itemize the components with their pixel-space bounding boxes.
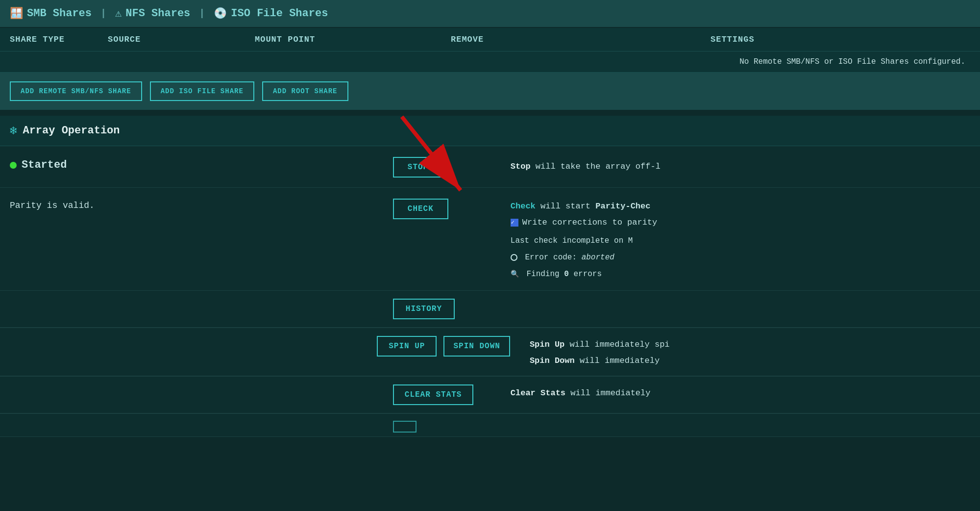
nav-separator-1: | xyxy=(100,8,106,19)
spinupdown-controls: SPIN UP SPIN DOWN xyxy=(377,336,510,357)
history-button[interactable]: HISTORY xyxy=(393,299,455,319)
stop-bold: Stop xyxy=(511,162,531,171)
section-divider xyxy=(0,110,980,116)
spinupdown-row: SPIN UP SPIN DOWN Spin Up will immediate… xyxy=(0,328,980,376)
nfs-shares-nav[interactable]: ⚠️ NFS Shares xyxy=(115,7,190,20)
spinupdown-description: Spin Up will immediately spi Spin Down w… xyxy=(510,336,970,367)
add-remote-smb-nfs-button[interactable]: ADD REMOTE SMB/NFS SHARE xyxy=(10,81,142,101)
extra-bottom-row xyxy=(0,413,980,437)
green-status-dot xyxy=(10,162,17,169)
check-description: Check will start Parity-Chec Write corre… xyxy=(491,198,970,281)
write-corrections-row: Write corrections to parity xyxy=(511,216,970,229)
clearstats-empty-label xyxy=(10,384,393,387)
spinupdown-empty-label xyxy=(10,336,377,339)
stop-desc-text: will take the array off-l xyxy=(536,162,661,171)
top-nav: 🪟 SMB Shares | ⚠️ NFS Shares | 💿 ISO Fil… xyxy=(0,0,980,28)
col-settings: SETTINGS xyxy=(710,35,970,44)
smb-label: SMB Shares xyxy=(27,7,92,20)
spinup-desc: Spin Up will immediately spi xyxy=(530,338,970,351)
write-corrections-checkbox[interactable] xyxy=(511,219,518,227)
write-corrections-label: Write corrections to parity xyxy=(522,216,657,229)
stop-button[interactable]: STOP xyxy=(393,157,443,178)
finding-errors-row: 🔍 Finding 0 errors xyxy=(511,268,970,281)
array-operation-header: ❄ Array Operation xyxy=(0,116,980,146)
action-buttons-row: ADD REMOTE SMB/NFS SHARE ADD ISO FILE SH… xyxy=(0,73,980,110)
smb-icon: 🪟 xyxy=(10,7,23,20)
last-check-info: Last check incomplete on M xyxy=(511,235,970,248)
started-row: Started STOP Stop will take the array of… xyxy=(0,146,980,188)
history-description xyxy=(491,299,970,301)
array-operation-body: Started STOP Stop will take the array of… xyxy=(0,146,980,437)
add-iso-file-share-button[interactable]: ADD ISO FILE SHARE xyxy=(150,81,254,101)
stop-description: Stop will take the array off-l xyxy=(491,156,970,173)
extra-description xyxy=(491,421,970,423)
empty-message: No Remote SMB/NFS or ISO File Shares con… xyxy=(0,51,980,73)
history-controls: HISTORY xyxy=(393,299,491,319)
smb-shares-nav[interactable]: 🪟 SMB Shares xyxy=(10,7,92,20)
add-root-share-button[interactable]: ADD ROOT SHARE xyxy=(262,81,348,101)
started-text: Started xyxy=(22,159,67,171)
check-desc-line1: Check will start Parity-Chec xyxy=(511,200,970,213)
spindown-desc: Spin Down will immediately xyxy=(530,354,970,367)
started-label: Started xyxy=(10,156,393,171)
extra-controls xyxy=(393,421,491,433)
nav-separator-2: | xyxy=(199,8,205,19)
parity-text: Parity is valid. xyxy=(10,201,95,210)
history-empty-label xyxy=(10,299,393,302)
parity-label: Parity is valid. xyxy=(10,198,393,210)
clearstats-row: CLEAR STATS Clear Stats will immediately xyxy=(0,376,980,413)
nfs-label: NFS Shares xyxy=(125,7,190,20)
iso-icon: 💿 xyxy=(214,7,227,20)
nfs-icon: ⚠️ xyxy=(115,7,122,20)
iso-label: ISO File Shares xyxy=(231,7,328,20)
started-controls: STOP xyxy=(393,156,491,178)
col-source: SOURCE xyxy=(108,35,255,44)
extra-empty-label xyxy=(10,421,393,424)
table-header: SHARE TYPE SOURCE MOUNT POINT REMOVE SET… xyxy=(0,28,980,51)
iso-shares-nav[interactable]: 💿 ISO File Shares xyxy=(214,7,328,20)
error-code-text: aborted xyxy=(582,253,614,262)
circle-icon xyxy=(511,254,517,261)
clearstats-controls: CLEAR STATS xyxy=(393,384,491,405)
col-share-type: SHARE TYPE xyxy=(10,35,108,44)
array-operation-title: Array Operation xyxy=(23,125,120,137)
history-row: HISTORY xyxy=(0,291,980,328)
extra-button[interactable] xyxy=(393,421,416,433)
check-button[interactable]: CHECK xyxy=(393,199,448,219)
col-remove: REMOVE xyxy=(451,35,710,44)
error-code-row: Error code: aborted xyxy=(511,252,970,264)
check-controls: CHECK xyxy=(393,198,491,219)
spin-up-button[interactable]: SPIN UP xyxy=(377,336,437,357)
clearstats-description: Clear Stats will immediately xyxy=(491,384,970,400)
snowflake-icon: ❄ xyxy=(10,124,17,138)
clear-stats-button[interactable]: CLEAR STATS xyxy=(393,384,474,405)
col-mount-point: MOUNT POINT xyxy=(255,35,451,44)
parity-row: Parity is valid. CHECK Check will start … xyxy=(0,188,980,291)
search-icon: 🔍 xyxy=(511,269,519,280)
spin-down-button[interactable]: SPIN DOWN xyxy=(443,336,510,357)
